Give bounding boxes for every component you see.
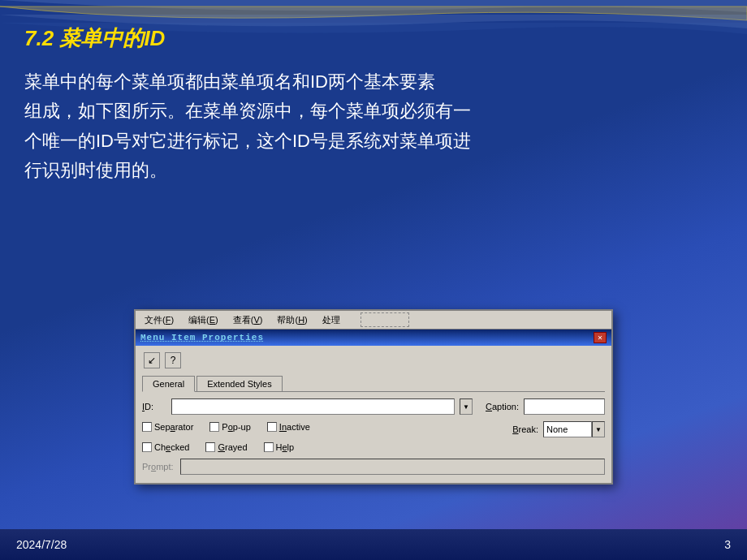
paragraph-4: 行识别时使用的。 [24,156,723,185]
break-label: Break: [512,424,538,434]
tabs-row: General Extended Styles [142,375,605,392]
inactive-checkbox-box[interactable] [267,422,277,432]
body-text: 菜单中的每个菜单项都由菜单项名和ID两个基本要素 组成，如下图所示。在菜单资源中… [24,67,723,185]
separator-label: Separator [154,422,193,432]
section-num: 7.2 [24,26,54,50]
section-title: 7.2 菜单中的ID [24,24,723,53]
paragraph-1: 菜单中的每个菜单项都由菜单项名和ID两个基本要素 [24,67,723,97]
tab-extended-styles[interactable]: Extended Styles [196,376,283,391]
grayed-label: Grayed [218,442,247,452]
section-heading: 菜单中的ID [59,26,165,50]
help-checkbox-box[interactable] [264,442,274,452]
tab-general[interactable]: General [142,376,195,392]
dialog-titlebar: Menu Item Properties ✕ [136,330,611,346]
checked-label: Checked [154,442,189,452]
break-dropdown-arrow[interactable]: ▼ [592,421,605,437]
slide-page: 3 [724,538,731,551]
menu-bar: 文件(F) 编辑(E) 查看(V) 帮助(H) 处理 [136,311,611,330]
paragraph-3: 个唯一的ID号对它进行标记，这个ID号是系统对菜单项进 [24,127,723,156]
popup-checkbox-box[interactable] [209,422,219,432]
popup-checkbox[interactable]: Pop-up [209,422,251,432]
dialog-title: Menu Item Properties [140,333,264,342]
grayed-checkbox-box[interactable] [205,442,215,452]
inactive-label: Inactive [279,422,310,432]
popup-label: Pop-up [222,422,251,432]
caption-input[interactable] [524,398,605,415]
help-icon[interactable]: ? [165,352,181,368]
id-dropdown-arrow[interactable]: ▼ [460,398,473,415]
close-button[interactable]: ✕ [594,332,607,343]
inactive-checkbox[interactable]: Inactive [267,422,310,432]
menu-help[interactable]: 帮助(H) [274,313,309,327]
break-dropdown[interactable]: None ▼ [543,421,605,437]
separator-checkbox[interactable]: Separator [142,422,193,432]
pin-icon[interactable]: ↙ [144,352,160,368]
break-row: Break: None ▼ [512,421,605,437]
slide-date: 2024/7/28 [16,538,67,551]
id-input[interactable] [171,398,455,415]
help-checkbox[interactable]: Help [264,442,295,452]
grayed-checkbox[interactable]: Grayed [205,442,247,452]
menu-edit[interactable]: 编辑(E) [186,313,221,327]
slide-background: 7.2 菜单中的ID 菜单中的每个菜单项都由菜单项名和ID两个基本要素 组成，如… [0,0,747,560]
dashed-placeholder [361,312,409,327]
dialog-body: ↙ ? General Extended Styles ID: [136,346,611,483]
prompt-row: Prompt: [142,459,605,475]
menu-file[interactable]: 文件(F) [142,313,176,327]
caption-label: Caption: [486,402,519,411]
menu-view[interactable]: 查看(V) [231,313,266,327]
id-caption-row: ID: ▼ Caption: [142,398,605,415]
prompt-input[interactable] [180,459,605,475]
checkboxes-row1: Separator Pop-up Inactive [142,422,504,432]
dialog-toolbar: ↙ ? [142,351,605,370]
break-value[interactable]: None [543,421,592,437]
bottom-bar: 2024/7/28 3 [0,529,747,560]
content-area: 7.2 菜单中的ID 菜单中的每个菜单项都由菜单项名和ID两个基本要素 组成，如… [24,16,723,529]
checkboxes-row2: Checked Grayed Help [142,442,605,452]
titlebar-left: Menu Item Properties [140,333,264,342]
help-label: Help [276,442,295,452]
checked-checkbox-box[interactable] [142,442,152,452]
paragraph-2: 组成，如下图所示。在菜单资源中，每个菜单项必须有一 [24,97,723,126]
id-label: ID: [142,402,166,411]
checked-checkbox[interactable]: Checked [142,442,189,452]
prompt-label: Prompt: [142,462,174,472]
separator-checkbox-box[interactable] [142,422,152,432]
dialog-screenshot: 文件(F) 编辑(E) 查看(V) 帮助(H) 处理 Menu Item Pro… [134,309,613,485]
menu-process[interactable]: 处理 [320,313,343,327]
